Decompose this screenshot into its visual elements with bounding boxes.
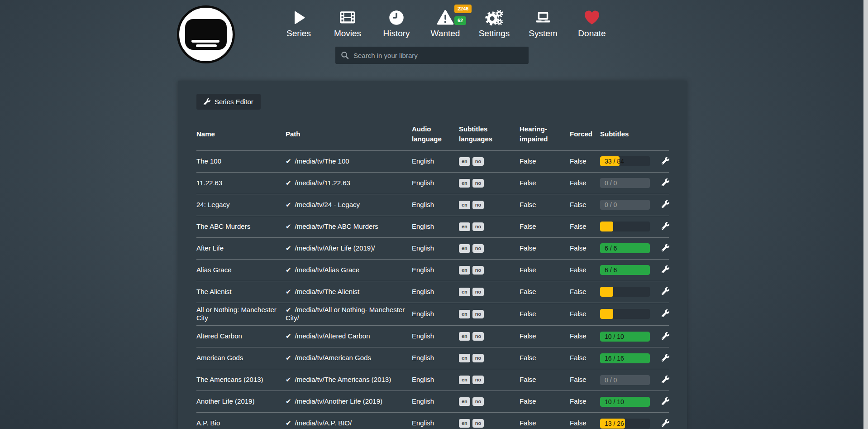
series-name-link[interactable]: The Alienist <box>196 288 232 295</box>
edit-series-button[interactable] <box>661 418 670 429</box>
row-actions <box>661 240 670 256</box>
series-name-link[interactable]: Alias Grace <box>196 266 232 274</box>
edit-series-button[interactable] <box>661 178 670 188</box>
edit-series-button[interactable] <box>661 286 670 297</box>
subtitles-progress-bar: 10 / 10 <box>600 332 650 342</box>
subtitles-progress-bar: 6 / 6 <box>600 243 650 253</box>
wrench-icon <box>204 98 210 105</box>
edit-series-button[interactable] <box>661 265 670 275</box>
series-name-link[interactable]: American Gods <box>196 354 243 362</box>
nav-item-wanted[interactable]: Wanted 2246 62 <box>421 7 470 39</box>
hearing-impaired-value: False <box>520 285 570 299</box>
edit-series-button[interactable] <box>661 353 670 364</box>
language-badge: no <box>472 244 484 253</box>
series-name-link[interactable]: The 100 <box>196 157 221 165</box>
forced-value: False <box>570 220 600 234</box>
language-badge: en <box>459 397 470 406</box>
nav-label: Wanted <box>431 29 460 39</box>
nav-item-series[interactable]: Series <box>274 7 323 39</box>
subtitles-progress-label: 13 / 26 <box>605 419 624 429</box>
nav-item-movies[interactable]: Movies <box>323 7 372 39</box>
language-badge: no <box>472 288 484 296</box>
series-name-link[interactable]: The ABC Murders <box>196 222 250 230</box>
series-name-link[interactable]: All or Nothing: Manchester City <box>196 306 277 322</box>
series-name-link[interactable]: The Americans (2013) <box>196 376 263 383</box>
subtitles-progress-cell: 13 / 26 <box>600 416 661 429</box>
edit-series-button[interactable] <box>661 156 670 167</box>
series-name-cell: 11.22.63 <box>196 176 286 190</box>
subtitles-languages-cell: enno <box>459 154 520 169</box>
search-input[interactable] <box>353 52 523 59</box>
language-badge: en <box>459 288 470 296</box>
nav-item-donate[interactable]: Donate <box>568 7 616 39</box>
table-row: 11.22.63 ✔/media/tv/11.22.63 English enn… <box>196 172 669 194</box>
audio-language-value: English <box>412 198 459 212</box>
check-icon: ✔ <box>286 288 291 295</box>
search-icon <box>341 51 349 59</box>
check-icon: ✔ <box>286 306 291 313</box>
subtitles-languages-cell: enno <box>459 263 520 277</box>
series-name-link[interactable]: Another Life (2019) <box>196 397 254 405</box>
nav-item-history[interactable]: History <box>372 7 421 39</box>
wrench-icon <box>662 419 669 427</box>
forced-value: False <box>570 395 600 409</box>
forced-value: False <box>570 307 600 321</box>
subtitles-progress-cell <box>600 219 661 234</box>
film-icon <box>339 7 357 28</box>
edit-series-button[interactable] <box>661 396 670 407</box>
series-path-cell: ✔/media/tv/Altered Carbon <box>286 329 412 343</box>
series-path-cell: ✔/media/tv/24 - Legacy <box>286 198 412 212</box>
subtitles-progress-label: 10 / 10 <box>605 397 624 407</box>
audio-language-value: English <box>412 307 459 321</box>
table-row: The 100 ✔/media/tv/The 100 English enno … <box>196 150 669 172</box>
wrench-icon <box>662 309 669 317</box>
table-row: The Alienist ✔/media/tv/The Alienist Eng… <box>196 281 669 303</box>
nav-item-settings[interactable]: Settings <box>470 7 519 39</box>
wrench-icon <box>662 354 669 362</box>
nav-item-system[interactable]: System <box>519 7 568 39</box>
subtitles-progress-cell: 6 / 6 <box>600 262 661 278</box>
subtitles-languages-cell: enno <box>459 241 520 255</box>
series-path-cell: ✔/media/tv/The ABC Murders <box>286 220 412 234</box>
series-path: /media/tv/11.22.63 <box>295 179 350 187</box>
forced-value: False <box>570 329 600 343</box>
edit-series-button[interactable] <box>661 308 670 319</box>
series-name-cell: 24: Legacy <box>196 198 286 212</box>
series-name-link[interactable]: Altered Carbon <box>196 332 242 340</box>
series-path: /media/tv/Altered Carbon <box>295 332 370 340</box>
table-row: 24: Legacy ✔/media/tv/24 - Legacy Englis… <box>196 194 669 216</box>
edit-series-button[interactable] <box>661 243 670 254</box>
audio-language-value: English <box>412 373 459 387</box>
app-logo[interactable] <box>177 5 235 63</box>
hearing-impaired-value: False <box>520 263 570 277</box>
series-table: Name Path Audio language Subtitles langu… <box>196 121 669 429</box>
language-badge: no <box>472 179 484 188</box>
series-name-link[interactable]: A.P. Bio <box>196 419 220 427</box>
series-name-cell: A.P. Bio <box>196 416 286 429</box>
edit-series-button[interactable] <box>661 331 670 342</box>
audio-language-value: English <box>412 241 459 255</box>
series-path: /media/tv/All or Nothing- Manchester Cit… <box>286 306 405 322</box>
language-badge: en <box>459 157 470 166</box>
series-name-link[interactable]: After Life <box>196 244 224 252</box>
audio-language-value: English <box>412 395 459 409</box>
row-actions <box>661 415 670 429</box>
main-nav: Series Movies History <box>274 7 616 39</box>
edit-series-button[interactable] <box>661 199 670 210</box>
subtitles-progress-cell: 16 / 16 <box>600 351 661 366</box>
wrench-icon <box>662 376 669 383</box>
series-editor-button[interactable]: Series Editor <box>196 94 261 110</box>
series-name-link[interactable]: 24: Legacy <box>196 201 229 208</box>
subtitles-languages-cell: enno <box>459 307 520 321</box>
page-scrollbar[interactable] <box>863 0 868 429</box>
series-name-link[interactable]: 11.22.63 <box>196 179 222 187</box>
language-badge: en <box>459 419 470 428</box>
edit-series-button[interactable] <box>661 221 670 232</box>
subtitles-progress-bar: 10 / 10 <box>600 397 650 407</box>
edit-series-button[interactable] <box>661 375 670 386</box>
series-path-cell: ✔/media/tv/Another Life (2019) <box>286 395 412 409</box>
audio-language-value: English <box>412 176 459 190</box>
forced-value: False <box>570 176 600 190</box>
check-icon: ✔ <box>286 244 291 252</box>
row-actions <box>661 197 670 213</box>
